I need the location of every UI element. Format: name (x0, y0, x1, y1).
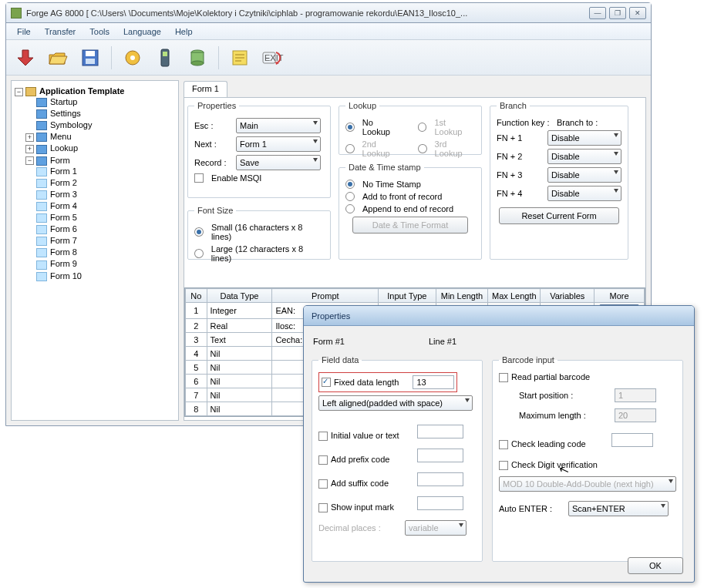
mod-value: MOD 10 Double-Add-Double (next high) (503, 479, 654, 489)
expand-icon[interactable]: + (25, 133, 34, 142)
cell[interactable]: Text (207, 333, 272, 347)
check-digit-checkbox[interactable] (499, 461, 508, 470)
input-mark-input[interactable] (417, 496, 463, 510)
menu-file[interactable]: File (11, 25, 37, 38)
font-small-radio[interactable] (194, 227, 204, 237)
prefix-checkbox[interactable] (318, 455, 328, 465)
expand-icon[interactable]: + (25, 145, 34, 153)
tree-settings[interactable]: Settings (25, 108, 175, 119)
barcode-input-group: Barcode input Read partial barcode Start… (492, 355, 683, 562)
cell[interactable]: 4 (186, 347, 207, 361)
collapse-icon[interactable]: − (25, 156, 34, 165)
cell[interactable]: 7 (186, 388, 207, 402)
tree-startup[interactable]: Startup (25, 96, 175, 108)
cell[interactable]: 5 (186, 361, 207, 375)
tree-form-item[interactable]: Form 9 (36, 258, 175, 270)
leading-code-input[interactable] (611, 433, 653, 447)
tree-form[interactable]: −Form Form 1 Form 2 Form 3 Form 4 Form 5… (25, 155, 175, 283)
input-mark-checkbox[interactable] (318, 503, 328, 512)
toolbar-download-icon[interactable] (12, 45, 39, 71)
fn3-label: FN + 3 (497, 170, 543, 180)
tree-form-item[interactable]: Form 8 (36, 247, 175, 258)
leading-code-checkbox[interactable] (499, 440, 508, 449)
next-select[interactable]: Form 1 (236, 136, 321, 152)
tree-root[interactable]: −Application Template Startup Settings S… (15, 86, 175, 284)
initial-value-input[interactable] (417, 425, 463, 438)
minimize-button[interactable]: — (589, 7, 606, 19)
tree-form-item[interactable]: Form 2 (36, 177, 175, 189)
menu-transfer[interactable]: Transfer (39, 25, 83, 38)
esc-select[interactable]: Main (236, 118, 321, 133)
cell[interactable]: 3 (186, 333, 207, 347)
cell[interactable]: 8 (186, 402, 207, 416)
prefix-input[interactable] (417, 449, 463, 462)
toolbar-gear-icon[interactable] (120, 45, 146, 71)
tree-menu[interactable]: +Menu (25, 131, 175, 143)
read-partial-checkbox[interactable] (499, 373, 508, 382)
font-large-radio[interactable] (194, 249, 204, 258)
no-lookup-radio[interactable] (345, 123, 355, 132)
reset-form-button[interactable]: Reset Current Form (499, 207, 619, 224)
menu-help[interactable]: Help (169, 25, 199, 38)
toolbar-open-icon[interactable] (45, 45, 71, 71)
tree-form-item[interactable]: Form 7 (36, 235, 175, 247)
fn3-select[interactable]: Disable (547, 167, 621, 183)
append-timestamp-radio[interactable] (345, 204, 355, 213)
menu-language[interactable]: Language (117, 25, 167, 38)
fn2-value: Disable (551, 152, 580, 161)
cell[interactable]: Nil (207, 402, 272, 416)
cell[interactable]: Nil (207, 361, 272, 375)
toolbar-note-icon[interactable] (227, 45, 253, 71)
initial-value-checkbox[interactable] (318, 432, 328, 441)
chevron-down-icon (614, 170, 618, 174)
menu-tools[interactable]: Tools (83, 25, 116, 38)
form-icon (36, 225, 47, 234)
datetime-format-button: Date & Time Format (352, 217, 468, 234)
auto-enter-select[interactable]: Scan+ENTER (568, 501, 669, 516)
fixed-length-label: Fixed data length (334, 378, 399, 387)
close-button[interactable]: ✕ (629, 7, 646, 19)
tab-form1[interactable]: Form 1 (184, 81, 227, 98)
tree-form-item[interactable]: Form 5 (36, 212, 175, 223)
fixed-length-input[interactable]: 13 (413, 375, 454, 389)
cell[interactable]: Nil (207, 347, 272, 361)
font-small-label: Small (16 characters x 8 lines) (211, 223, 324, 241)
toolbar-server-icon[interactable] (184, 45, 211, 71)
suffix-checkbox[interactable] (318, 479, 328, 489)
cell[interactable]: Nil (207, 375, 272, 388)
fn1-select[interactable]: Disable (547, 130, 621, 146)
tree-symbology[interactable]: Symbology (25, 119, 175, 131)
maximize-button[interactable]: ❐ (609, 7, 626, 19)
tree-panel[interactable]: −Application Template Startup Settings S… (11, 80, 179, 421)
collapse-icon[interactable]: − (15, 88, 23, 96)
cell[interactable]: 2 (186, 319, 207, 333)
form-icon (36, 272, 47, 281)
tree-lookup[interactable]: +Lookup (25, 143, 175, 154)
fn2-select[interactable]: Disable (547, 149, 621, 164)
cell[interactable]: Nil (207, 388, 272, 402)
enable-msqi-checkbox[interactable] (194, 173, 204, 183)
record-select[interactable]: Save (236, 155, 321, 170)
tree-form-item[interactable]: Form 3 (36, 189, 175, 200)
tree-label: Form 10 (50, 271, 82, 281)
tree-form-item[interactable]: Form 10 (36, 270, 175, 282)
cell[interactable]: Integer (207, 303, 272, 319)
title-bar[interactable]: Forge AG 8000 [ C:\Users\ \Documents\Moj… (6, 3, 651, 23)
alignment-select[interactable]: Left aligned(padded with space) (318, 395, 473, 411)
cell[interactable]: Real (207, 319, 272, 333)
tree-form-item[interactable]: Form 1 (36, 166, 175, 177)
tree-form-item[interactable]: Form 4 (36, 200, 175, 212)
cell[interactable]: 1 (186, 303, 207, 319)
fn4-select[interactable]: Disable (547, 186, 621, 201)
dialog-title-bar[interactable]: Properties (304, 306, 694, 326)
fixed-length-checkbox[interactable] (322, 378, 331, 387)
toolbar-exit-icon[interactable]: EXIT (259, 45, 285, 71)
front-timestamp-radio[interactable] (345, 192, 355, 201)
no-timestamp-radio[interactable] (345, 180, 355, 189)
suffix-input[interactable] (417, 472, 463, 486)
tree-form-item[interactable]: Form 6 (36, 223, 175, 235)
toolbar-device-icon[interactable] (152, 45, 178, 71)
ok-button[interactable]: OK (628, 557, 683, 574)
toolbar-save-icon[interactable] (77, 45, 103, 71)
cell[interactable]: 6 (186, 375, 207, 388)
